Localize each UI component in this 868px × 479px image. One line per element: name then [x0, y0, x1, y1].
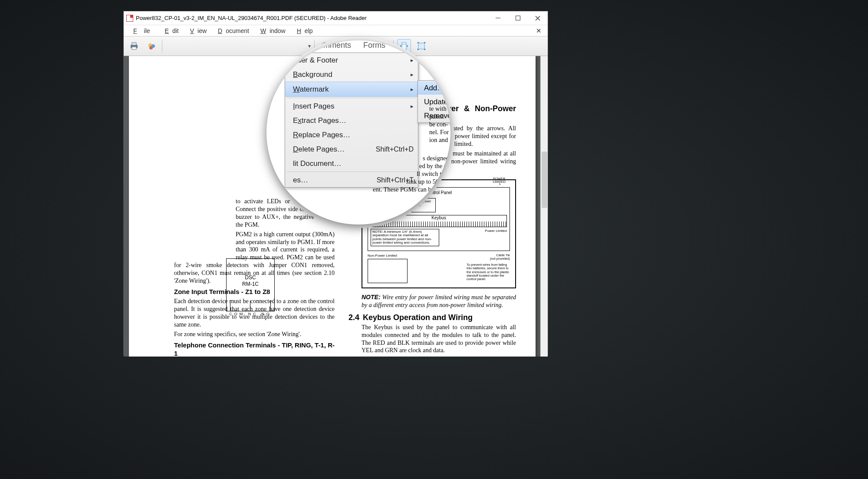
- menu-item-replace-pages[interactable]: Replace Pages…: [285, 128, 418, 142]
- full-screen-button[interactable]: [414, 39, 428, 53]
- document-menu-dropdown: ader & Footer Background Watermark Inser…: [285, 53, 418, 188]
- printer-icon: [129, 41, 139, 51]
- minimize-button[interactable]: [488, 11, 508, 25]
- menu-item-split-document[interactable]: lit Document…: [285, 156, 418, 171]
- menu-bar: File Edit View Document Window Help ✕: [124, 25, 548, 36]
- menu-view[interactable]: View: [183, 26, 210, 35]
- menubar-close-button[interactable]: ✕: [533, 26, 545, 36]
- svg-point-9: [149, 46, 153, 50]
- full-screen-icon: [417, 42, 426, 50]
- svg-rect-5: [132, 43, 136, 45]
- menu-separator: [287, 172, 416, 172]
- page-dropdown-arrow[interactable]: ▾: [308, 43, 311, 49]
- menu-item-background[interactable]: Background: [285, 67, 418, 82]
- relay-diagram: DSC RM-1C COM NC NO: [226, 258, 275, 311]
- maximize-button[interactable]: [508, 11, 528, 25]
- separator: [162, 40, 162, 52]
- zone-paragraph-2: For zone wiring specifics, see section '…: [174, 330, 335, 338]
- collaborate-icon: [147, 41, 156, 51]
- close-icon: [535, 16, 540, 21]
- frag-line-3: be con-: [429, 120, 450, 129]
- s24-note: NOTE: The 4 Keybus terminals of the pane…: [349, 356, 516, 357]
- s23-note: NOTE: Wire entry for power limited wirin…: [349, 294, 516, 309]
- minimize-icon: [496, 16, 500, 20]
- collaborate-button[interactable]: [145, 39, 158, 53]
- telephone-heading: Telephone Connection Terminals - TIP, RI…: [174, 341, 335, 357]
- pdf-file-icon: [126, 15, 133, 22]
- section-24-header: 2.4Keybus Operation and Wiring: [349, 313, 516, 323]
- svg-rect-6: [132, 47, 136, 50]
- menu-document[interactable]: Document: [211, 26, 253, 35]
- window-title: Power832_CP-01_v3-2_IM_EN_NA-UL_29034674…: [136, 15, 367, 21]
- menu-separator: [287, 98, 416, 98]
- menu-file[interactable]: File: [126, 26, 157, 35]
- menu-item-extract-pages[interactable]: Extract Pages…: [285, 113, 418, 128]
- separator: [314, 40, 315, 52]
- svg-rect-17: [418, 43, 424, 49]
- menu-window[interactable]: Window: [253, 26, 289, 35]
- frag-line-2: panel.: [429, 112, 450, 121]
- frag-line-4: nel. For: [429, 128, 450, 136]
- s24-paragraph-1: The Keybus is used by the panel to commu…: [349, 324, 516, 355]
- svg-rect-15: [402, 43, 406, 50]
- fit-width-icon: [400, 42, 408, 50]
- menu-item-insert-pages[interactable]: Insert Pages: [285, 99, 418, 113]
- close-button[interactable]: [528, 11, 548, 25]
- vertical-scrollbar[interactable]: [540, 56, 548, 357]
- frag-line-5: ion and: [429, 136, 450, 144]
- menu-edit[interactable]: Edit: [158, 26, 182, 35]
- menu-help[interactable]: Help: [290, 26, 316, 35]
- magnifier-overlay: Comments Forms Tools A Se ader & Footer …: [266, 40, 450, 225]
- print-button[interactable]: [127, 39, 141, 53]
- menu-item-delete-pages[interactable]: Delete Pages…Shift+Ctrl+D: [285, 142, 418, 156]
- title-bar: Power832_CP-01_v3-2_IM_EN_NA-UL_29034674…: [124, 11, 548, 25]
- scrollbar-thumb[interactable]: [542, 152, 547, 208]
- menu-item-watermark[interactable]: Watermark: [285, 82, 418, 97]
- svg-rect-1: [516, 16, 520, 20]
- maximize-icon: [516, 16, 520, 20]
